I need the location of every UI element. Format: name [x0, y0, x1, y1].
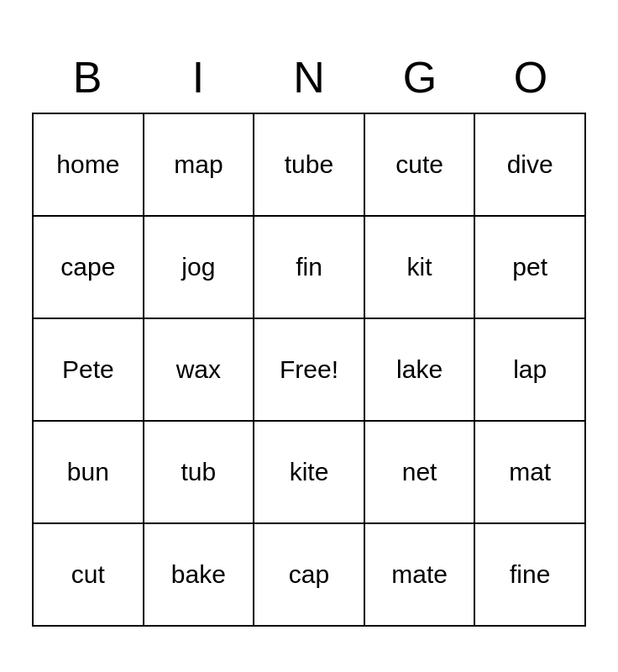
bingo-grid: homemaptubecutedivecapejogfinkitpetPetew…: [32, 113, 586, 627]
bingo-cell[interactable]: kite: [254, 422, 365, 522]
bingo-row: capejogfinkitpet: [34, 217, 584, 319]
bingo-cell[interactable]: cap: [254, 524, 365, 625]
bingo-cell[interactable]: fin: [254, 217, 365, 318]
header-letter: I: [143, 45, 254, 109]
bingo-cell[interactable]: bake: [144, 524, 255, 625]
bingo-cell[interactable]: net: [365, 422, 476, 522]
bingo-cell[interactable]: fine: [475, 524, 584, 625]
bingo-cell[interactable]: cape: [34, 217, 144, 318]
bingo-cell[interactable]: map: [144, 114, 255, 215]
bingo-cell[interactable]: wax: [144, 319, 255, 420]
header-letter: B: [32, 45, 143, 109]
header-letter: O: [475, 45, 586, 109]
bingo-row: PetewaxFree!lakelap: [34, 319, 584, 422]
bingo-cell[interactable]: jog: [144, 217, 255, 318]
bingo-cell[interactable]: lap: [475, 319, 584, 420]
bingo-cell[interactable]: Pete: [34, 319, 144, 420]
bingo-cell[interactable]: mate: [365, 524, 476, 625]
bingo-cell[interactable]: pet: [475, 217, 584, 318]
bingo-cell[interactable]: cute: [365, 114, 476, 215]
bingo-cell[interactable]: home: [34, 114, 144, 215]
bingo-cell[interactable]: tube: [254, 114, 365, 215]
bingo-cell[interactable]: dive: [475, 114, 584, 215]
bingo-cell[interactable]: tub: [144, 422, 255, 522]
bingo-row: homemaptubecutedive: [34, 114, 584, 217]
bingo-card: BINGO homemaptubecutedivecapejogfinkitpe…: [15, 29, 603, 643]
bingo-header: BINGO: [32, 45, 586, 109]
bingo-cell[interactable]: kit: [365, 217, 476, 318]
bingo-cell[interactable]: Free!: [254, 319, 365, 420]
header-letter: G: [364, 45, 475, 109]
bingo-cell[interactable]: bun: [34, 422, 144, 522]
bingo-row: cutbakecapmatefine: [34, 524, 584, 625]
bingo-cell[interactable]: lake: [365, 319, 476, 420]
bingo-row: buntubkitenetmat: [34, 422, 584, 524]
bingo-cell[interactable]: cut: [34, 524, 144, 625]
header-letter: N: [254, 45, 364, 109]
bingo-cell[interactable]: mat: [475, 422, 584, 522]
